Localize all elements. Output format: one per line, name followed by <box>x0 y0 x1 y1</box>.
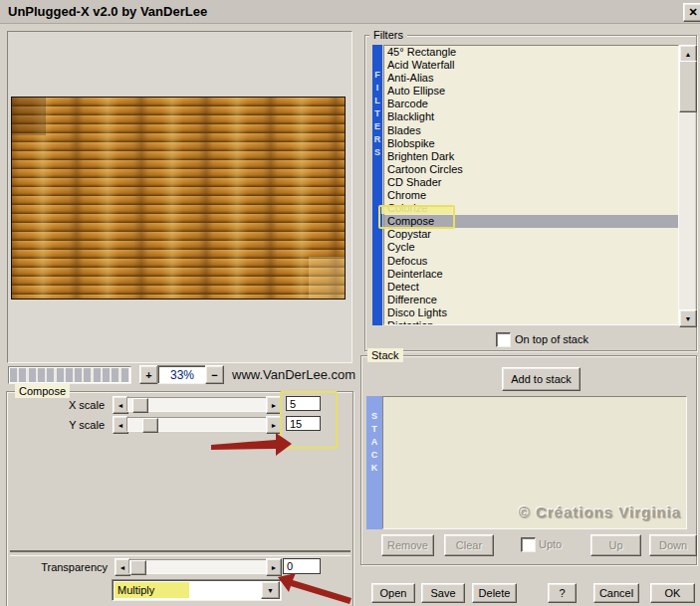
help-button[interactable]: ? <box>548 583 577 603</box>
filters-vertical-banner: FILTERS <box>372 45 382 325</box>
open-button[interactable]: Open <box>371 583 415 603</box>
filter-item[interactable]: Blobspike <box>384 137 678 150</box>
stack-banner-letter: T <box>371 423 377 436</box>
filter-item[interactable]: Difference <box>384 294 678 306</box>
delete-button[interactable]: Delete <box>472 583 517 603</box>
compose-item-highlight-annotation <box>378 205 455 229</box>
stack-list[interactable]: © Créations Virginia <box>382 396 687 529</box>
transparency-right-button[interactable]: ► <box>266 558 282 576</box>
filter-item[interactable]: Acid Waterfall <box>384 59 678 72</box>
zoom-in-button[interactable]: + <box>139 365 158 384</box>
slider-left-icon: ◄ <box>119 564 126 571</box>
blend-mode-dropdown-button[interactable]: ▼ <box>261 581 280 599</box>
filter-item[interactable]: Cartoon Circles <box>384 163 678 176</box>
stack-banner-letter: K <box>371 462 378 475</box>
filter-item[interactable]: Barcode <box>384 98 678 110</box>
stack-banner-letter: A <box>371 436 378 449</box>
filter-item[interactable]: Auto Ellipse <box>384 85 678 98</box>
slider-right-icon: ► <box>271 564 278 571</box>
remove-button[interactable]: Remove <box>381 534 434 556</box>
y-scale-track[interactable] <box>126 417 268 432</box>
down-button[interactable]: Down <box>649 534 697 556</box>
compose-group-label: Compose <box>15 384 70 398</box>
filter-item[interactable]: Blacklight <box>384 110 678 123</box>
scroll-down-button[interactable]: ▼ <box>679 309 697 327</box>
zoom-level-field: 33% <box>157 365 207 384</box>
filters-banner-letter: F <box>374 69 380 82</box>
zoom-out-button[interactable]: − <box>205 365 224 384</box>
on-top-of-stack-checkbox[interactable] <box>496 332 511 347</box>
plus-icon: + <box>145 369 151 381</box>
cancel-button[interactable]: Cancel <box>593 583 639 603</box>
transparency-label: Transparency <box>28 561 108 573</box>
clear-button[interactable]: Clear <box>444 534 494 556</box>
minus-icon: − <box>211 369 217 381</box>
filters-scrollbar[interactable]: ▲ ▼ <box>679 45 695 325</box>
transparency-thumb[interactable] <box>130 560 146 575</box>
slider-right-icon: ► <box>271 402 278 409</box>
zoom-level-value: 33% <box>170 368 194 382</box>
stack-vertical-banner: STACK <box>366 396 382 529</box>
filter-item[interactable]: Blades <box>384 124 678 137</box>
filter-item[interactable]: Deinterlace <box>384 268 678 281</box>
filters-banner-letter: L <box>374 95 380 107</box>
x-scale-thumb[interactable] <box>132 398 148 413</box>
blend-mode-combobox[interactable]: Multiply ▼ <box>112 579 282 601</box>
close-button[interactable]: ✕ <box>683 3 700 22</box>
scroll-up-icon: ▲ <box>685 51 692 58</box>
filter-item[interactable]: Copystar <box>384 228 678 241</box>
scroll-down-icon: ▼ <box>685 315 692 322</box>
filters-banner-letter: I <box>376 82 379 95</box>
filters-banner-letter: T <box>374 107 380 120</box>
watermark-text: © Créations Virginia <box>519 504 681 520</box>
stack-banner-letter: C <box>371 449 378 462</box>
y-scale-thumb[interactable] <box>142 418 158 433</box>
x-scale-track[interactable] <box>126 397 268 412</box>
slider-right-icon: ► <box>271 422 278 429</box>
preview-progress-segments <box>10 368 129 382</box>
on-top-of-stack-label: On top of stack <box>515 333 588 345</box>
stack-banner-letter: S <box>371 410 377 423</box>
filter-item[interactable]: Detect <box>384 281 678 294</box>
filter-item[interactable]: Distortion <box>384 319 678 325</box>
add-to-stack-button[interactable]: Add to stack <box>502 367 581 391</box>
filters-banner-letter: E <box>374 120 380 133</box>
filter-item[interactable]: CD Shader <box>384 176 678 189</box>
scrollbar-thumb[interactable] <box>679 61 697 112</box>
preview-image[interactable] <box>11 97 346 300</box>
compose-divider <box>10 550 350 556</box>
dropdown-icon: ▼ <box>267 587 274 594</box>
save-button[interactable]: Save <box>421 583 465 603</box>
transparency-track[interactable] <box>128 559 268 574</box>
preview-image-dark-patch <box>12 98 46 135</box>
upto-checkbox[interactable] <box>521 537 536 552</box>
preview-progress <box>8 366 131 384</box>
y-scale-label: Y scale <box>40 419 105 431</box>
values-highlight-annotation <box>280 391 338 449</box>
blend-mode-value-highlighted: Multiply <box>115 582 189 598</box>
filters-group-label: Filters <box>369 28 407 42</box>
filter-item[interactable]: Chrome <box>384 189 678 202</box>
filter-item[interactable]: Anti-Alias <box>384 72 678 85</box>
transparency-input[interactable] <box>283 558 321 574</box>
title-bar[interactable]: UnPlugged-X v2.0 by VanDerLee <box>0 0 700 24</box>
stack-group-label: Stack <box>367 348 403 362</box>
filters-banner-letter: R <box>374 133 381 146</box>
slider-left-icon: ◄ <box>117 422 124 429</box>
filter-item[interactable]: Defocus <box>384 255 678 268</box>
preview-image-light-patch <box>309 257 345 299</box>
filter-item[interactable]: Disco Lights <box>384 306 678 319</box>
window-title: UnPlugged-X v2.0 by VanDerLee <box>8 4 207 19</box>
filters-list[interactable]: 45° RectangleAcid WaterfallAnti-AliasAut… <box>383 45 679 325</box>
slider-left-icon: ◄ <box>117 402 124 409</box>
filter-item[interactable]: 45° Rectangle <box>384 46 678 59</box>
up-button[interactable]: Up <box>590 534 641 556</box>
filters-banner-letter: S <box>374 146 380 159</box>
filter-item[interactable]: Cycle <box>384 241 678 254</box>
ok-button[interactable]: OK <box>650 583 695 603</box>
x-scale-label: X scale <box>40 399 105 411</box>
website-link[interactable]: www.VanDerLee.com <box>232 367 355 382</box>
close-icon: ✕ <box>688 6 697 19</box>
filter-item[interactable]: Brighten Dark <box>384 150 678 163</box>
upto-label: Upto <box>539 538 562 550</box>
